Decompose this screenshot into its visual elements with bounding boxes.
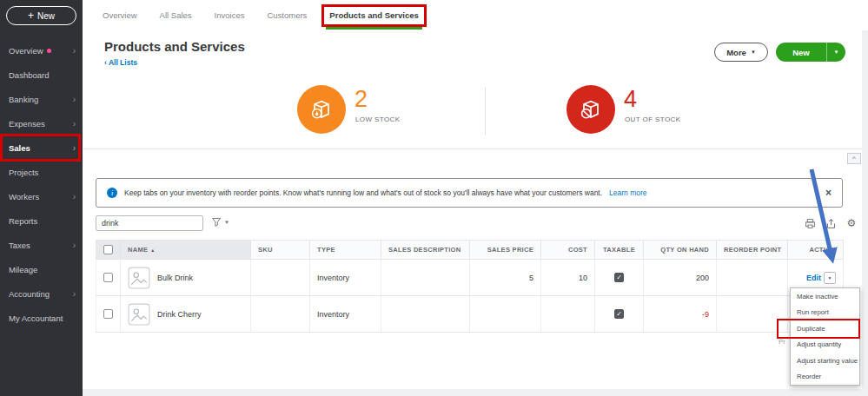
top-tab-bar: Overview All Sales Invoices Customers Pr… [83, 0, 862, 30]
sidebar-item-dashboard[interactable]: Dashboard [0, 63, 83, 87]
tab-overview[interactable]: Overview [103, 0, 137, 30]
tab-invoices[interactable]: Invoices [215, 0, 245, 30]
info-icon: i [107, 188, 117, 198]
sidebar-new-label: New [37, 11, 55, 21]
caret-down-icon: ▼ [751, 50, 756, 55]
taxable-checkbox: ✓ [614, 273, 624, 282]
menu-item-duplicate[interactable]: Duplicate [791, 320, 859, 337]
chevron-right-icon: › [73, 143, 76, 153]
product-type: Inventory [310, 260, 381, 296]
sidebar-item-banking[interactable]: Banking › [0, 87, 83, 111]
column-header-sales-description[interactable]: SALES DESCRIPTION [381, 241, 470, 260]
column-header-cost[interactable]: COST [541, 241, 595, 260]
taxable-checkbox: ✓ [614, 309, 624, 319]
product-reorder-point [717, 296, 788, 333]
product-name: Drink Cherry [157, 310, 202, 319]
learn-more-link[interactable]: Learn more [609, 188, 646, 197]
sidebar-item-overview[interactable]: Overview › [0, 38, 83, 63]
right-scrollbar-gutter[interactable] [862, 30, 868, 396]
sidebar-item-workers[interactable]: Workers › [0, 184, 83, 208]
search-input[interactable] [96, 215, 203, 231]
table-row-bulk-drink: Bulk Drink Inventory 5 10 ✓ 200 Edit [96, 260, 844, 296]
chevron-right-icon: › [73, 289, 76, 299]
product-qty-on-hand: -9 [644, 296, 717, 333]
check-icon: ✓ [616, 310, 622, 318]
column-header-sku[interactable]: SKU [251, 241, 310, 260]
out-of-stock-icon [567, 85, 615, 134]
row-checkbox[interactable] [103, 273, 113, 282]
column-header-action[interactable]: ACTION [788, 241, 844, 260]
product-sales-price [470, 296, 541, 333]
chevron-right-icon: › [73, 46, 76, 56]
column-header-sales-price[interactable]: SALES PRICE [470, 241, 541, 260]
product-type: Inventory [310, 296, 381, 333]
product-qty-on-hand: 200 [644, 260, 717, 296]
edit-action-menu: Make inactive Run report Duplicate Adjus… [790, 287, 860, 386]
back-chevron-icon: ‹ [104, 58, 107, 67]
menu-item-run-report[interactable]: Run report [791, 305, 859, 321]
column-header-name[interactable]: NAME▲ [121, 241, 251, 260]
new-dropdown-button[interactable]: ▼ [826, 43, 845, 62]
image-placeholder-icon [128, 267, 150, 289]
menu-item-adjust-starting-value[interactable]: Adjust starting value [791, 353, 859, 369]
menu-item-reorder[interactable]: Reorder [791, 369, 859, 386]
pagination-text: Pr [779, 338, 785, 346]
plus-icon: + [28, 10, 34, 21]
gear-icon[interactable]: ⚙ [845, 217, 858, 229]
sidebar-item-taxes[interactable]: Taxes › [0, 233, 83, 257]
sidebar-item-reports[interactable]: Reports [0, 208, 83, 233]
sidebar-item-mileage[interactable]: Mileage [0, 257, 83, 281]
edit-link[interactable]: Edit [806, 274, 821, 282]
stats-bottom-divider [83, 148, 862, 149]
column-header-reorder-point[interactable]: REORDER POINT [717, 241, 788, 260]
chevron-right-icon: › [73, 192, 76, 201]
close-icon[interactable]: × [825, 187, 832, 199]
select-all-checkbox[interactable] [103, 245, 113, 254]
package-down-icon [308, 96, 335, 123]
print-icon[interactable] [804, 217, 816, 229]
new-button[interactable]: New [776, 43, 826, 62]
product-reorder-point [717, 260, 788, 296]
new-button-group: New ▼ [776, 43, 845, 62]
column-header-type[interactable]: TYPE [310, 241, 381, 260]
chevron-up-icon: ^ [852, 155, 856, 162]
menu-item-make-inactive[interactable]: Make inactive [791, 288, 859, 305]
table-header-row: NAME▲ SKU TYPE SALES DESCRIPTION SALES P… [96, 241, 844, 260]
caret-down-icon: ▼ [828, 275, 832, 280]
edit-dropdown-button[interactable]: ▼ [824, 272, 836, 284]
column-header-taxable[interactable]: TAXABLE [595, 241, 644, 260]
chevron-right-icon: › [73, 241, 76, 250]
column-header-qty-on-hand[interactable]: QTY ON HAND [644, 241, 717, 260]
chevron-right-icon: › [73, 119, 76, 129]
notification-dot [47, 49, 51, 53]
low-stock-count: 2 [354, 86, 368, 113]
sidebar-new-button[interactable]: + New [6, 6, 76, 25]
filter-funnel-icon [211, 216, 222, 228]
scroll-up-button[interactable]: ^ [847, 153, 861, 164]
banner-text: Keep tabs on your inventory with reorder… [124, 188, 602, 197]
image-placeholder-icon [128, 303, 150, 326]
sidebar-item-accounting[interactable]: Accounting › [0, 281, 83, 306]
sidebar-item-my-accountant[interactable]: My Accountant [0, 306, 83, 330]
product-sku [251, 260, 310, 296]
product-name: Bulk Drink [157, 274, 193, 282]
sidebar-item-sales[interactable]: Sales › [0, 135, 83, 160]
inventory-info-banner: i Keep tabs on your inventory with reord… [96, 178, 843, 208]
sidebar-item-expenses[interactable]: Expenses › [0, 111, 83, 135]
tab-all-sales[interactable]: All Sales [160, 0, 192, 30]
filter-button[interactable]: ▼ [211, 216, 229, 228]
out-of-stock-label: OUT OF STOCK [625, 116, 681, 123]
chevron-right-icon: › [73, 95, 76, 104]
export-icon[interactable] [825, 217, 837, 229]
row-checkbox[interactable] [103, 309, 113, 319]
menu-item-adjust-quantity[interactable]: Adjust quantity [791, 337, 859, 353]
table-row-drink-cherry: Drink Cherry Inventory ✓ -9 [96, 296, 844, 333]
sidebar-item-projects[interactable]: Projects [0, 160, 83, 184]
out-of-stock-count: 4 [624, 86, 637, 113]
all-lists-link[interactable]: ‹ All Lists [104, 58, 137, 67]
stats-divider [485, 87, 486, 135]
product-sku [251, 296, 310, 333]
tab-customers[interactable]: Customers [267, 0, 307, 30]
tab-products-and-services[interactable]: Products and Services [329, 0, 418, 30]
more-button[interactable]: More ▼ [714, 43, 768, 62]
